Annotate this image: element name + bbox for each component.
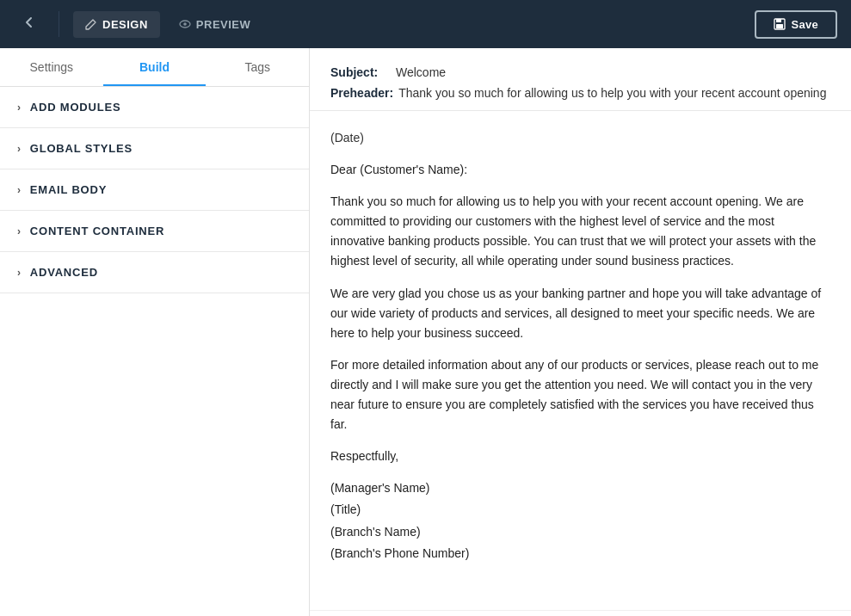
back-button[interactable] bbox=[14, 10, 45, 39]
accordion-advanced: › ADVANCED bbox=[0, 252, 309, 293]
nav-tab-preview[interactable]: PREVIEW bbox=[167, 11, 262, 38]
email-preview: Subject: Welcome Preheader: Thank you so… bbox=[310, 48, 851, 616]
tab-build[interactable]: Build bbox=[103, 48, 207, 86]
svg-point-1 bbox=[183, 22, 187, 26]
accordion-header-email-body[interactable]: › EMAIL BODY bbox=[0, 169, 309, 210]
svg-rect-4 bbox=[776, 24, 783, 28]
subject-label: Subject: bbox=[330, 65, 391, 79]
content-area: Subject: Welcome Preheader: Thank you so… bbox=[310, 48, 851, 616]
tab-tags[interactable]: Tags bbox=[206, 48, 309, 86]
main-layout: Settings Build Tags › ADD MODULES › GLOB… bbox=[0, 48, 851, 616]
chevron-right-icon-3: › bbox=[17, 225, 22, 237]
svg-rect-3 bbox=[776, 19, 781, 22]
email-salutation: Dear (Customer's Name): bbox=[330, 160, 830, 180]
chevron-down-icon: › bbox=[17, 143, 22, 155]
tab-settings[interactable]: Settings bbox=[0, 48, 103, 86]
back-arrow-icon bbox=[22, 15, 36, 29]
email-paragraph-2: We are very glad you chose us as your ba… bbox=[330, 284, 830, 343]
email-closing: Respectfully, bbox=[330, 447, 830, 466]
email-sig-name: (Manager's Name) bbox=[330, 478, 830, 498]
email-sig-title: (Title) bbox=[330, 500, 830, 520]
sidebar: Settings Build Tags › ADD MODULES › GLOB… bbox=[0, 48, 310, 616]
email-meta: Subject: Welcome Preheader: Thank you so… bbox=[310, 48, 851, 111]
chevron-right-icon-2: › bbox=[17, 184, 22, 196]
email-sig-branch: (Branch's Name) bbox=[330, 522, 830, 542]
accordion-content-container: › CONTENT CONTAINER bbox=[0, 211, 309, 252]
email-date: (Date) bbox=[330, 128, 830, 148]
accordion-header-add-modules[interactable]: › ADD MODULES bbox=[0, 87, 309, 127]
save-icon bbox=[774, 18, 786, 30]
accordion-global-styles: › GLOBAL STYLES bbox=[0, 128, 309, 169]
accordion-email-body: › EMAIL BODY bbox=[0, 169, 309, 211]
nav-tab-design[interactable]: DESIGN bbox=[73, 11, 160, 38]
email-paragraph-3: For more detailed information about any … bbox=[330, 355, 830, 434]
accordion-add-modules: › ADD MODULES bbox=[0, 87, 309, 128]
preheader-value: Thank you so much for allowing us to hel… bbox=[398, 86, 826, 100]
sidebar-content: › ADD MODULES › GLOBAL STYLES › EMAIL BO… bbox=[0, 87, 309, 616]
preheader-row: Preheader: Thank you so much for allowin… bbox=[330, 83, 830, 103]
email-body-content: (Date) Dear (Customer's Name): Thank you… bbox=[310, 111, 851, 610]
subject-value: Welcome bbox=[396, 65, 446, 79]
nav-divider bbox=[59, 11, 59, 37]
save-button[interactable]: Save bbox=[755, 10, 837, 39]
accordion-header-advanced[interactable]: › ADVANCED bbox=[0, 252, 309, 293]
chevron-right-icon: › bbox=[17, 102, 22, 114]
chevron-right-icon-4: › bbox=[17, 267, 22, 279]
email-footer: {{Sender_Name}} {{Sender_Address}}, {{Se… bbox=[310, 610, 851, 616]
email-sig-phone: (Branch's Phone Number) bbox=[330, 544, 830, 564]
preheader-label: Preheader: bbox=[330, 86, 393, 100]
eye-icon bbox=[179, 18, 191, 30]
sidebar-tabs: Settings Build Tags bbox=[0, 48, 309, 87]
subject-row: Subject: Welcome bbox=[330, 62, 830, 83]
email-paragraph-1: Thank you so much for allowing us to hel… bbox=[330, 192, 830, 271]
navbar: DESIGN PREVIEW Save bbox=[0, 0, 851, 48]
accordion-header-content-container[interactable]: › CONTENT CONTAINER bbox=[0, 211, 309, 251]
pencil-icon bbox=[85, 18, 97, 30]
accordion-header-global-styles[interactable]: › GLOBAL STYLES bbox=[0, 128, 309, 169]
